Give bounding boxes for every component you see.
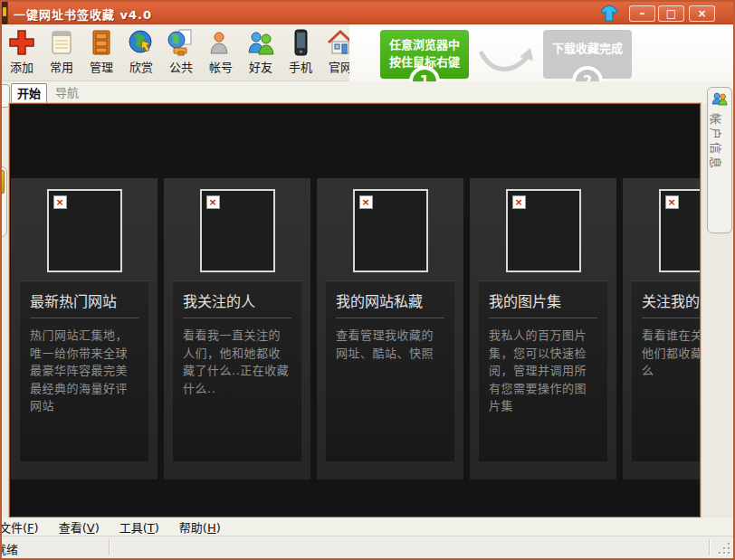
status-ready-text: 就绪 [2, 540, 18, 557]
add-icon [7, 28, 36, 57]
broken-image-icon: × [359, 195, 373, 209]
card-my-followers[interactable]: × 关注我的人 看看谁在关注我，他们都收藏了些什么 [623, 178, 701, 479]
card-grid: × 最新热门网站 热门网站汇集地，唯一给你带来全球最豪华阵容最完美最经典的海量好… [11, 178, 701, 479]
toolbar-item-common[interactable]: 常用 [42, 28, 81, 75]
users-icon [711, 91, 728, 106]
globe-doc-icon [167, 28, 196, 57]
toolbar-item-browse[interactable]: 欣赏 [121, 28, 161, 75]
menu-tools[interactable]: 工具(T) [119, 518, 159, 536]
card-text-panel: 我的网站私藏 查看管理我收藏的网址、酷站、快照 [326, 280, 454, 461]
card-text-panel: 我关注的人 看看我一直关注的人们，他和她都收藏了什么..正在收藏什么.. [173, 280, 301, 461]
toolbar-item-add[interactable]: 添加 [2, 28, 42, 75]
card-description: 看看我一直关注的人们，他和她都收藏了什么..正在收藏什么.. [183, 327, 291, 397]
card-divider [642, 318, 701, 318]
card-title: 关注我的人 [642, 289, 701, 311]
toolbar-item-manage[interactable]: 管理 [81, 28, 121, 75]
toolbar-item-mobile[interactable]: 手机 [281, 28, 320, 75]
card-thumbnail: × [659, 189, 702, 272]
skin-icon[interactable] [599, 5, 619, 23]
card-title: 我的图片集 [489, 289, 597, 311]
toolbar-label: 欣赏 [121, 58, 161, 75]
menu-help[interactable]: 帮助(H) [179, 518, 221, 536]
app-window: 一键网址书签收藏 v4.0 – □ × 添加 [0, 0, 735, 560]
friends-icon [246, 28, 275, 57]
app-icon [2, 2, 8, 24]
menu-view[interactable]: 查看(V) [59, 518, 100, 536]
menu-bar: 文件(F) 查看(V) 工具(T) 帮助(H) [2, 517, 733, 536]
account-info-tab[interactable]: 帐户信息 [707, 87, 732, 233]
toolbar-item-public[interactable]: 公共 [161, 28, 201, 75]
card-description: 查看管理我收藏的网址、酷站、快照 [336, 327, 444, 362]
toolbar-label: 好友 [241, 58, 281, 75]
card-text-panel: 我的图片集 我私人的百万图片集，您可以快速检阅，管理并调用所有您需要操作的图片集 [479, 280, 607, 461]
step1-line1: 任意浏览器中 [380, 36, 469, 53]
card-my-photo-collection[interactable]: × 我的图片集 我私人的百万图片集，您可以快速检阅，管理并调用所有您需要操作的图… [470, 178, 616, 479]
promo-steps: 任意浏览器中 按住鼠标右键 1 下载收藏完成 2 [349, 24, 733, 81]
arrow-right-icon [478, 44, 538, 79]
tab-navigation[interactable]: 导航 [49, 83, 85, 103]
toolbar-item-friends[interactable]: 好友 [241, 28, 281, 75]
toolbar-item-account[interactable]: 帐号 [201, 28, 241, 75]
start-page: × 最新热门网站 热门网站汇集地，唯一给你带来全球最豪华阵容最完美最经典的海量好… [9, 103, 701, 517]
collapsed-favorites-tab[interactable] [0, 166, 7, 237]
toolbar-label: 帐号 [201, 58, 241, 75]
card-people-i-follow[interactable]: × 我关注的人 看看我一直关注的人们，他和她都收藏了什么..正在收藏什么.. [164, 178, 310, 479]
title-bar: 一键网址书签收藏 v4.0 – □ × [2, 2, 733, 24]
tab-start[interactable]: 开始 [11, 83, 47, 103]
card-divider [336, 318, 444, 318]
card-thumbnail: × [353, 189, 428, 272]
step2-label: 下载收藏完成 [543, 39, 632, 56]
status-bar: 就绪 [2, 536, 733, 558]
star-icon [0, 170, 5, 194]
card-thumbnail: × [506, 189, 581, 272]
card-my-private-sites[interactable]: × 我的网站私藏 查看管理我收藏的网址、酷站、快照 [317, 178, 463, 479]
status-separator [709, 539, 710, 555]
card-description: 看看谁在关注我，他们都收藏了些什么 [642, 327, 701, 380]
toolbar-label: 添加 [2, 58, 42, 75]
tab-strip: 开始 导航 [2, 81, 733, 103]
window-title: 一键网址书签收藏 v4.0 [14, 5, 152, 23]
card-description: 我私人的百万图片集，您可以快速检阅，管理并调用所有您需要操作的图片集 [489, 327, 597, 415]
broken-image-icon: × [53, 195, 67, 209]
card-title: 最新热门网站 [30, 289, 138, 311]
toolbar-label: 公共 [161, 58, 201, 75]
user-icon [206, 28, 235, 57]
card-description: 热门网站汇集地，唯一给你带来全球最豪华阵容最完美最经典的海量好评网站 [30, 327, 138, 415]
phone-icon [286, 28, 315, 57]
card-text-panel: 最新热门网站 热门网站汇集地，唯一给你带来全球最豪华阵容最完美最经典的海量好评网… [20, 280, 148, 461]
card-divider [30, 318, 138, 318]
card-divider [489, 318, 597, 318]
notepad-icon [47, 28, 76, 57]
broken-image-icon: × [665, 195, 679, 209]
toolbar-label: 管理 [81, 58, 121, 75]
card-divider [183, 318, 291, 318]
toolbar: 添加 常用 管理 [2, 24, 733, 81]
card-title: 我的网站私藏 [336, 289, 444, 311]
broken-image-icon: × [512, 195, 526, 209]
card-hot-sites[interactable]: × 最新热门网站 热门网站汇集地，唯一给你带来全球最豪华阵容最完美最经典的海量好… [11, 178, 158, 479]
card-thumbnail: × [47, 189, 122, 272]
card-title: 我关注的人 [183, 289, 291, 311]
minimize-button[interactable]: – [629, 5, 655, 22]
maximize-button[interactable]: □ [658, 5, 684, 22]
close-button[interactable]: × [689, 5, 715, 22]
cabinet-icon [87, 28, 116, 57]
menu-file[interactable]: 文件(F) [0, 518, 39, 536]
card-text-panel: 关注我的人 看看谁在关注我，他们都收藏了些什么 [632, 280, 701, 461]
resize-grip-icon[interactable] [719, 543, 730, 554]
card-thumbnail: × [200, 189, 275, 272]
account-info-label: 帐户信息 [708, 113, 725, 171]
toolbar-label: 常用 [42, 58, 81, 75]
broken-image-icon: × [206, 195, 220, 209]
status-separator [109, 539, 110, 555]
globe-cursor-icon [127, 28, 156, 57]
toolbar-label: 手机 [281, 58, 320, 75]
